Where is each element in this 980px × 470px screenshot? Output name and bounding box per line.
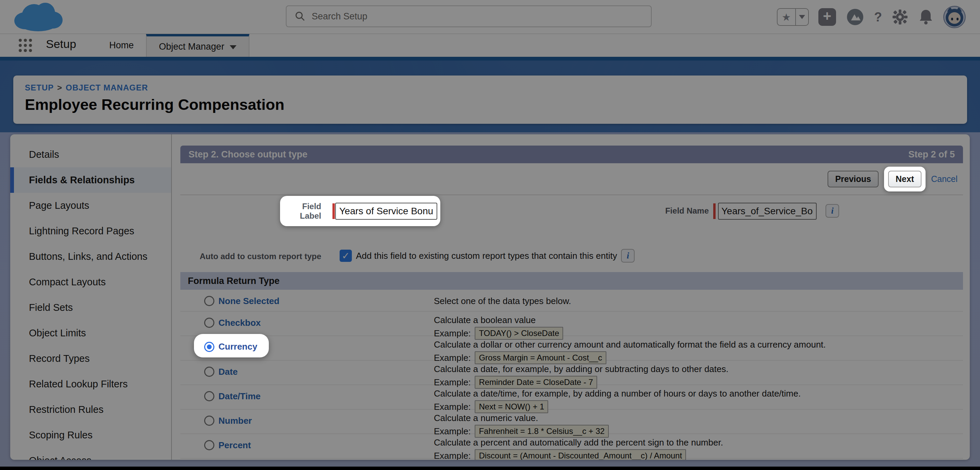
tab-object-manager[interactable]: Object Manager bbox=[146, 34, 250, 57]
radio-checkbox[interactable] bbox=[204, 318, 215, 328]
auto-add-label: Auto add to custom report type bbox=[180, 252, 321, 261]
auto-add-row: Auto add to custom report type ✓ Add thi… bbox=[180, 246, 963, 268]
type-description-text: Calculate a date, for example, by adding… bbox=[434, 363, 729, 375]
auto-add-checkbox[interactable]: ✓ bbox=[340, 249, 352, 262]
help-icon[interactable]: ? bbox=[874, 10, 882, 24]
sidebar-item-object-limits[interactable]: Object Limits bbox=[10, 320, 171, 346]
sidebar-item-related-lookup-filters[interactable]: Related Lookup Filters bbox=[10, 372, 171, 397]
sidebar-item-page-layouts[interactable]: Page Layouts bbox=[10, 193, 171, 218]
tab-home[interactable]: Home bbox=[97, 34, 146, 57]
auto-add-text: Add this field to existing custom report… bbox=[356, 251, 617, 261]
type-option: None Selected bbox=[204, 295, 279, 307]
next-button[interactable]: Next bbox=[888, 171, 921, 187]
sidebar-item-label: Page Layouts bbox=[29, 200, 89, 211]
required-indicator bbox=[713, 203, 716, 219]
sidebar-item-restriction-rules[interactable]: Restriction Rules bbox=[10, 397, 171, 422]
type-option: Date/Time bbox=[204, 391, 261, 402]
type-label-checkbox[interactable]: Checkbox bbox=[218, 318, 261, 328]
type-label-currency[interactable]: Currency bbox=[218, 341, 257, 352]
setup-gear-icon[interactable] bbox=[891, 8, 908, 25]
sidebar-item-label: Record Types bbox=[29, 353, 89, 364]
sidebar-item-label: Compact Layouts bbox=[29, 276, 106, 288]
formula-type-list: None SelectedSelect one of the data type… bbox=[180, 290, 963, 459]
breadcrumb-setup-link[interactable]: SETUP bbox=[25, 83, 54, 92]
sidebar-item-fields-relationships[interactable]: Fields & Relationships bbox=[10, 167, 171, 193]
formula-type-row-date-time: Date/TimeCalculate a date/time, for exam… bbox=[180, 385, 963, 410]
type-label-none-selected[interactable]: None Selected bbox=[218, 296, 279, 306]
sidebar-item-label: Restriction Rules bbox=[29, 404, 103, 415]
setup-search[interactable] bbox=[286, 5, 652, 27]
field-wizard: Step 2. Choose output type Step 2 of 5 P… bbox=[180, 146, 963, 460]
radio-percent[interactable] bbox=[204, 440, 215, 450]
object-header-card: SETUP>OBJECT MANAGER Employee Recurring … bbox=[13, 76, 967, 124]
auto-add-info-icon[interactable]: i bbox=[621, 249, 635, 262]
search-icon bbox=[295, 11, 305, 22]
app-launcher-icon[interactable] bbox=[19, 39, 32, 52]
chevron-down-icon bbox=[230, 45, 237, 49]
type-label-date-time[interactable]: Date/Time bbox=[218, 391, 261, 402]
page-title: Employee Recurring Compensation bbox=[25, 96, 967, 114]
field-name-row: Field Label Field Name i bbox=[180, 196, 963, 227]
trailhead-icon[interactable] bbox=[846, 8, 865, 27]
cancel-link[interactable]: Cancel bbox=[931, 174, 958, 184]
field-label-input[interactable] bbox=[335, 203, 437, 220]
nav-underline bbox=[0, 57, 980, 60]
app-name-label: Setup bbox=[46, 37, 76, 51]
type-description-text: Calculate a percent and automatically ad… bbox=[434, 437, 723, 448]
type-label-date[interactable]: Date bbox=[218, 367, 237, 377]
notifications-bell-icon[interactable] bbox=[918, 8, 934, 25]
field-label-label: Field Label bbox=[283, 202, 321, 221]
type-description: Calculate a percent and automatically ad… bbox=[434, 437, 723, 460]
header-actions: ★ + ? bbox=[777, 0, 966, 34]
divider bbox=[180, 195, 963, 195]
radio-number[interactable] bbox=[204, 416, 215, 426]
sidebar-item-object-access[interactable]: Object Access bbox=[10, 448, 171, 460]
required-indicator bbox=[332, 203, 335, 219]
next-button-spotlight: Next bbox=[884, 167, 926, 192]
sidebar-item-label: Fields & Relationships bbox=[29, 175, 135, 186]
type-option: Checkbox bbox=[204, 317, 261, 329]
sidebar-item-label: Related Lookup Filters bbox=[29, 378, 127, 390]
radio-date-time[interactable] bbox=[204, 391, 215, 401]
favorites-dropdown-icon[interactable] bbox=[795, 9, 808, 25]
previous-button[interactable]: Previous bbox=[827, 171, 878, 187]
radio-none-selected[interactable] bbox=[204, 296, 215, 306]
field-label-spotlight: Field Label bbox=[280, 196, 440, 226]
step-title: Step 2. Choose output type bbox=[189, 149, 308, 160]
quick-create-icon[interactable]: + bbox=[818, 8, 836, 26]
sidebar-item-compact-layouts[interactable]: Compact Layouts bbox=[10, 269, 171, 295]
type-option: Percent bbox=[204, 440, 251, 451]
currency-spotlight: Currency bbox=[194, 334, 269, 357]
sidebar-item-record-types[interactable]: Record Types bbox=[10, 346, 171, 372]
favorites-split-button[interactable]: ★ bbox=[777, 8, 809, 26]
example-prefix: Example: bbox=[434, 451, 471, 460]
setup-nav-bar: Setup Home Object Manager bbox=[0, 34, 980, 57]
breadcrumb: SETUP>OBJECT MANAGER bbox=[25, 83, 967, 92]
field-name-info-icon[interactable]: i bbox=[826, 204, 839, 218]
type-label-number[interactable]: Number bbox=[218, 416, 252, 426]
sidebar-item-lightning-record-pages[interactable]: Lightning Record Pages bbox=[10, 218, 171, 244]
type-option: Date bbox=[204, 366, 237, 378]
breadcrumb-object-manager-link[interactable]: OBJECT MANAGER bbox=[66, 83, 148, 92]
favorite-star-icon[interactable]: ★ bbox=[778, 9, 795, 25]
type-option: Number bbox=[204, 415, 252, 427]
search-input[interactable] bbox=[312, 11, 618, 22]
formula-type-row-number: NumberCalculate a numeric value.Example:… bbox=[180, 410, 963, 434]
sidebar-item-details[interactable]: Details bbox=[10, 142, 171, 167]
sidebar-item-label: Object Limits bbox=[29, 327, 86, 339]
formula-type-row-checkbox: CheckboxCalculate a boolean valueExample… bbox=[180, 311, 963, 336]
salesforce-logo-icon bbox=[14, 3, 65, 32]
sidebar-item-buttons-links-and-actions[interactable]: Buttons, Links, and Actions bbox=[10, 244, 171, 269]
radio-currency[interactable] bbox=[204, 342, 215, 352]
sidebar-item-field-sets[interactable]: Field Sets bbox=[10, 295, 171, 320]
example-formula: Discount = (Amount - Discounted_Amount__… bbox=[475, 449, 686, 460]
field-name-input[interactable] bbox=[718, 203, 817, 220]
type-description-text: Calculate a numeric value. bbox=[434, 412, 609, 424]
wizard-step-header: Step 2. Choose output type Step 2 of 5 bbox=[180, 146, 963, 163]
user-avatar[interactable] bbox=[943, 6, 966, 28]
type-description-text: Calculate a dollar or other currency amo… bbox=[434, 339, 826, 350]
sidebar-item-scoping-rules[interactable]: Scoping Rules bbox=[10, 422, 171, 448]
type-label-percent[interactable]: Percent bbox=[218, 440, 251, 451]
sidebar-item-label: Scoping Rules bbox=[29, 430, 92, 441]
radio-date[interactable] bbox=[204, 367, 215, 377]
